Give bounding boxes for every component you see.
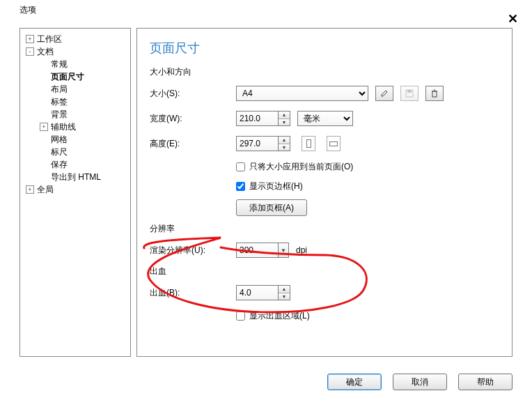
bleed-spinner[interactable]: ▲▼ [278,285,290,300]
height-input[interactable] [236,136,278,151]
render-res-input[interactable] [236,243,278,258]
edit-preset-button[interactable] [375,86,393,101]
tree-item-label: 辅助线 [51,121,76,133]
tree-item-label: 全局 [37,184,54,196]
width-label: 宽度(W): [150,113,236,125]
apply-current-checkbox[interactable] [236,162,245,171]
expand-icon[interactable]: + [26,185,34,194]
tree-spacer [40,148,48,156]
tree-item[interactable]: +工作区 [23,33,127,45]
expand-icon[interactable]: + [40,123,48,131]
render-res-label: 渲染分辨率(U): [150,245,236,256]
tree-spacer [40,110,48,118]
ok-button[interactable]: 确定 [327,374,382,390]
width-input[interactable] [236,111,278,126]
unit-select[interactable]: 毫米 [297,111,353,126]
tree-spacer [40,173,48,181]
size-label: 大小(S): [150,88,236,100]
height-label: 高度(E): [150,138,236,150]
add-frame-button[interactable]: 添加页框(A) [236,199,307,216]
tree-item-label: 工作区 [37,33,62,45]
landscape-button[interactable] [327,136,341,151]
cancel-button[interactable]: 取消 [393,374,447,390]
tree-item-label: 文档 [37,46,54,58]
nav-tree[interactable]: +工作区-文档常规页面尺寸布局标签背景+辅助线网格标尺保存导出到 HTML+全局 [19,28,131,357]
footer-buttons: 确定 取消 帮助 [327,374,513,390]
tree-item-label: 标签 [51,96,68,108]
resolution-section-label: 分辨率 [150,223,499,235]
tree-spacer [40,60,48,68]
page-size-panel: 页面尺寸 大小和方向 大小(S): A4 [136,28,513,357]
tree-spacer [40,98,48,106]
help-button[interactable]: 帮助 [458,374,513,390]
tree-item-label: 保存 [51,159,68,171]
width-spinner[interactable]: ▲▼ [278,111,290,126]
tree-item[interactable]: 标尺 [23,146,127,158]
save-preset-button [400,86,418,101]
size-select[interactable]: A4 [236,86,368,101]
window-title: 选项 [19,4,36,16]
panel-heading: 页面尺寸 [150,40,499,56]
tree-item-label: 背景 [51,109,68,121]
tree-item[interactable]: 网格 [23,133,127,146]
show-bleed-area-checkbox[interactable] [236,312,245,321]
show-bleed-area-label: 显示出血区域(L) [249,310,310,322]
svg-rect-2 [432,91,437,97]
tree-item[interactable]: 导出到 HTML [23,171,127,183]
tree-item-label: 常规 [51,59,68,70]
tree-item-label: 网格 [51,134,68,146]
tree-spacer [40,160,48,169]
portrait-button[interactable] [302,136,315,151]
show-border-checkbox[interactable] [236,182,245,191]
tree-item-label: 导出到 HTML [51,171,101,183]
tree-spacer [40,135,48,144]
tree-item[interactable]: 保存 [23,158,127,171]
tree-item[interactable]: 布局 [23,83,127,95]
tree-item-label: 标尺 [51,146,68,158]
svg-rect-1 [407,90,412,93]
tree-item[interactable]: +辅助线 [23,121,127,133]
tree-item[interactable]: 背景 [23,108,127,121]
size-section-label: 大小和方向 [150,66,499,78]
apply-current-label: 只将大小应用到当前页面(O) [249,161,353,173]
show-border-label: 显示页边框(H) [249,181,303,192]
tree-item[interactable]: -文档 [23,45,127,58]
tree-spacer [40,85,48,93]
height-spinner[interactable]: ▲▼ [278,136,290,151]
bleed-input[interactable] [236,285,278,300]
bleed-section-label: 出血 [150,266,499,277]
render-res-dropdown[interactable]: ▼ [278,243,289,258]
collapse-icon[interactable]: - [26,47,34,56]
tree-item[interactable]: 常规 [23,58,127,70]
tree-item-label: 页面尺寸 [51,71,84,83]
delete-preset-button[interactable] [425,86,444,101]
render-res-unit: dpi [296,245,307,255]
tree-item[interactable]: 页面尺寸 [23,70,127,83]
tree-item[interactable]: +全局 [23,183,127,196]
options-dialog: 选项 ✕ +工作区-文档常规页面尺寸布局标签背景+辅助线网格标尺保存导出到 HT… [0,0,532,407]
tree-item[interactable]: 标签 [23,95,127,108]
bleed-label: 出血(B): [150,287,236,299]
tree-item-label: 布局 [51,84,68,95]
titlebar: 选项 ✕ [0,0,532,24]
close-icon[interactable]: ✕ [508,11,518,26]
tree-spacer [40,72,48,81]
expand-icon[interactable]: + [26,35,34,43]
